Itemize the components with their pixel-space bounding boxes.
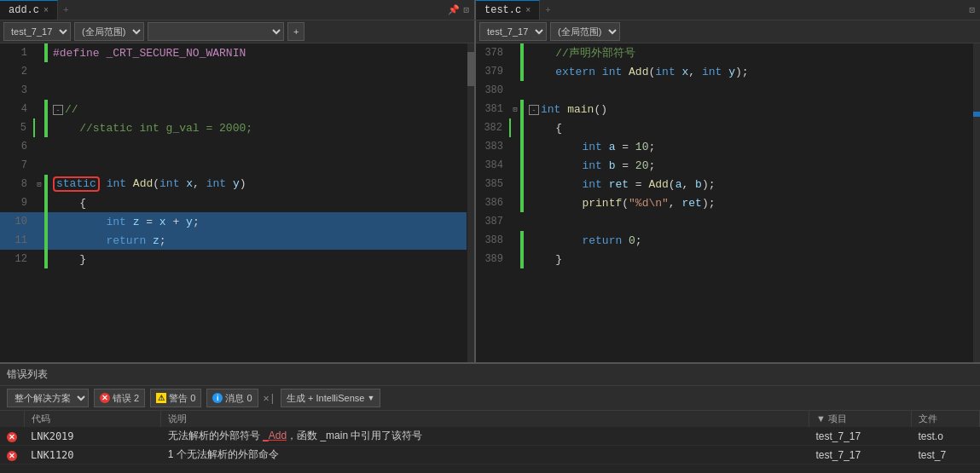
pin-left-icon[interactable]: 📌 <box>448 4 460 15</box>
warning-icon: ⚠ <box>156 393 166 403</box>
table-row: 384 int b = 20; <box>476 156 972 175</box>
table-row: 382 { <box>476 118 972 137</box>
warning-count-btn[interactable]: ⚠ 警告 0 <box>150 389 201 407</box>
table-row: 5 //static int g_val = 2000; <box>0 118 467 137</box>
right-code-area: 378 //声明外部符号 379 extern int Add(int x, i… <box>476 43 973 362</box>
right-scope-select1[interactable]: test_7_17 <box>479 22 547 41</box>
col-icon-header <box>0 411 24 427</box>
filter-icon: ✕| <box>264 392 275 405</box>
warning-count-label: 警告 0 <box>169 392 195 405</box>
error-scope-select[interactable]: 整个解决方案 <box>7 389 89 407</box>
build-dropdown-icon[interactable]: ▼ <box>367 394 374 402</box>
right-editor-toolbar: test_7_17 (全局范围) <box>476 20 980 43</box>
error-desc-2: 1 个无法解析的外部命令 <box>161 446 809 464</box>
error-desc-1: 无法解析的外部符号 _Add，函数 _main 中引用了该符号 <box>161 427 809 446</box>
error-count-btn[interactable]: ✕ 错误 2 <box>94 389 145 407</box>
error-row-1[interactable]: ✕ LNK2019 无法解析的外部符号 _Add，函数 _main 中引用了该符… <box>0 427 980 446</box>
right-scrollbar[interactable] <box>973 43 980 362</box>
tab-add-c-close[interactable]: × <box>43 6 49 15</box>
error-row-2[interactable]: ✕ LNK1120 1 个无法解析的外部命令 test_7_17 test_7 <box>0 446 980 464</box>
table-row: 380 <box>476 81 972 100</box>
error-file-2: test_7 <box>912 446 980 464</box>
table-row: 8 ⊡ static int Add(int x, int y) <box>0 175 467 193</box>
table-row: 1 #define _CRT_SECURE_NO_WARNIN <box>0 43 467 62</box>
tab-test-c-close[interactable]: × <box>525 6 531 15</box>
table-row: 388 return 0; <box>476 231 972 250</box>
table-row: 2 <box>0 62 467 81</box>
left-scope-select2[interactable]: (全局范围) <box>74 22 144 41</box>
left-editor-toolbar: test_7_17 (全局范围) + <box>0 20 474 43</box>
col-code-header: 代码 <box>24 411 161 427</box>
error-icon-2: ✕ <box>7 451 17 461</box>
pin-right-icon[interactable]: ⊡ <box>969 4 975 15</box>
error-row-icon-2: ✕ <box>0 446 24 464</box>
table-row: 6 <box>0 137 467 156</box>
build-btn-label: 生成 + IntelliSense <box>287 392 364 405</box>
error-file-1: test.o <box>912 427 980 446</box>
left-scope-select1[interactable]: test_7_17 <box>3 22 71 41</box>
table-row: 385 int ret = Add(a, b); <box>476 175 972 193</box>
info-icon: i <box>212 393 223 403</box>
error-icon-1: ✕ <box>7 432 17 442</box>
right-scope-select2[interactable]: (全局范围) <box>550 22 620 41</box>
tab-add-c-label: add.c <box>9 4 39 16</box>
tab-add-c[interactable]: add.c × <box>0 0 58 20</box>
col-project-header: ▼ 项目 <box>809 411 912 427</box>
table-row: 387 <box>476 212 972 231</box>
table-row: 7 <box>0 156 467 175</box>
table-row: 4 -// <box>0 100 467 118</box>
left-code-area: 1 #define _CRT_SECURE_NO_WARNIN 2 <box>0 43 467 362</box>
tab-right-new[interactable]: + <box>540 0 556 20</box>
table-row: 9 { <box>0 193 467 212</box>
error-list-header: 错误列表 <box>0 364 980 386</box>
table-row: 379 extern int Add(int x, int y); <box>476 62 972 81</box>
col-desc-header: 说明 <box>161 411 809 427</box>
tab-left-new[interactable]: + <box>58 0 74 20</box>
message-count-label: 消息 0 <box>225 392 252 405</box>
table-row: 10 int z = x + y; <box>0 212 467 231</box>
error-code-2: LNK1120 <box>24 446 161 464</box>
tab-test-c-label: test.c <box>484 4 521 16</box>
table-row: 12 } <box>0 250 467 268</box>
table-row: 11 return z; <box>0 231 467 250</box>
table-row: 383 int a = 10; <box>476 137 972 156</box>
table-row: 378 //声明外部符号 <box>476 43 972 62</box>
error-project-1: test_7_17 <box>809 427 912 446</box>
left-scope-select3[interactable] <box>148 22 284 41</box>
col-file-header: 文件 <box>912 411 980 427</box>
error-count-label: 错误 2 <box>113 392 139 405</box>
error-project-2: test_7_17 <box>809 446 912 464</box>
left-scrollbar[interactable] <box>467 43 474 362</box>
left-add-btn[interactable]: + <box>287 22 304 41</box>
table-row: 386 printf("%d\n", ret); <box>476 193 972 212</box>
tab-test-c[interactable]: test.c × <box>476 0 540 20</box>
expand-left-icon[interactable]: ⊡ <box>463 4 469 15</box>
error-list-body: 代码 说明 ▼ 项目 文件 ✕ LNK2019 无法解析的外部符号 _Add，函… <box>0 411 980 473</box>
table-row: 3 <box>0 81 467 100</box>
message-count-btn[interactable]: i 消息 0 <box>206 389 258 407</box>
error-list-toolbar: 整个解决方案 ✕ 错误 2 ⚠ 警告 0 i 消息 0 ✕| 生成 + Inte… <box>0 386 980 411</box>
error-icon: ✕ <box>100 393 110 403</box>
table-row: 381 ⊡ -int main() <box>476 100 972 118</box>
error-list-title: 错误列表 <box>7 367 48 382</box>
table-row: 389 } <box>476 250 972 268</box>
error-list-panel: 错误列表 整个解决方案 ✕ 错误 2 ⚠ 警告 0 i 消息 0 ✕| 生成 +… <box>0 362 980 473</box>
build-intellisense-btn[interactable]: 生成 + IntelliSense ▼ <box>281 389 380 407</box>
error-row-icon-1: ✕ <box>0 427 24 446</box>
error-code-1: LNK2019 <box>24 427 161 446</box>
